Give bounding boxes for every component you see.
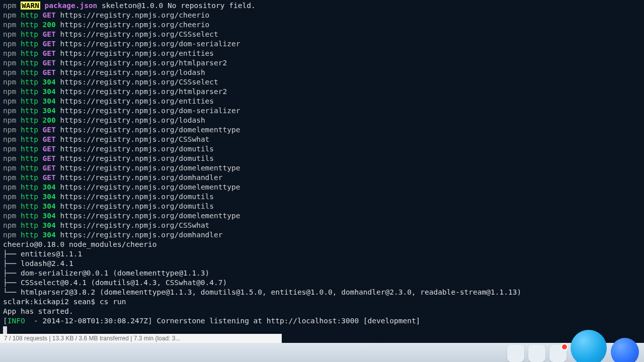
- info-msg: Cornerstone listening at http://localhos…: [157, 317, 421, 325]
- app-started: App has started.: [3, 307, 73, 315]
- info-ts: 2014-12-08T01:30:08.247Z: [43, 317, 148, 325]
- dock: [507, 330, 639, 362]
- info-tag: INFO: [8, 317, 25, 325]
- taskbar: [0, 343, 644, 362]
- shazam-icon[interactable]: [528, 345, 545, 362]
- translate-icon[interactable]: [549, 345, 567, 362]
- npm-tag: npm: [3, 2, 16, 10]
- warn-tag: WARN: [21, 2, 40, 10]
- cursor: [3, 326, 7, 334]
- install-header: cheerio@0.18.0 node_modules/cheerio: [3, 240, 157, 248]
- messenger-icon[interactable]: [611, 338, 639, 362]
- tree-line: ├── entities@1.1.1: [3, 250, 82, 258]
- finder-icon[interactable]: [507, 345, 524, 362]
- tree-line: ├── lodash@2.4.1: [3, 259, 73, 267]
- terminal[interactable]: npm WARN package.json skeleton@1.0.0 No …: [0, 0, 644, 332]
- tree-line: ├── CSSselect@0.4.1 (domutils@1.4.3, CSS…: [3, 279, 227, 287]
- warn-pkg: package.json: [45, 2, 98, 10]
- skype-icon[interactable]: [571, 330, 607, 362]
- tree-line: └── htmlparser2@3.8.2 (domelementtype@1.…: [3, 288, 521, 296]
- shell-prompt: sclark:kickapi2 sean$ cs run: [3, 298, 126, 306]
- network-statusbar: 7 / 108 requests | 13.3 KB / 3.6 MB tran…: [0, 334, 282, 343]
- tree-line: ├── dom-serializer@0.0.1 (domelementtype…: [3, 269, 209, 277]
- warn-msg: skeleton@1.0.0 No repository field.: [102, 2, 256, 10]
